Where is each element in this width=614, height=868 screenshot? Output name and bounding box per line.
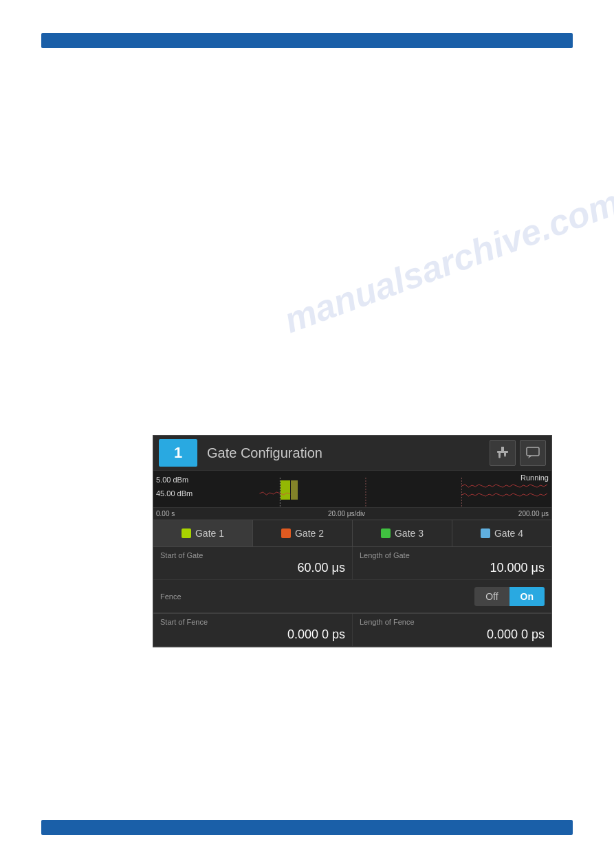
gate-timing-row: Start of Gate 60.00 μs Length of Gate 10… bbox=[153, 547, 551, 580]
start-of-gate-cell[interactable]: Start of Gate 60.00 μs bbox=[153, 547, 353, 579]
start-of-gate-value: 60.00 μs bbox=[160, 561, 345, 575]
gate3-color-dot bbox=[381, 528, 391, 538]
length-of-fence-label: Length of Fence bbox=[360, 618, 545, 626]
gate1-label: Gate 1 bbox=[195, 528, 224, 539]
chat-icon[interactable] bbox=[520, 440, 546, 466]
start-of-fence-cell[interactable]: Start of Fence 0.000 0 ps bbox=[153, 614, 353, 646]
tab-gate4[interactable]: Gate 4 bbox=[452, 520, 551, 546]
gate2-label: Gate 2 bbox=[295, 528, 324, 539]
gate-params-section: Start of Gate 60.00 μs Length of Gate 10… bbox=[153, 546, 551, 580]
svg-point-5 bbox=[504, 455, 506, 457]
time-start: 0.00 s bbox=[156, 510, 175, 518]
time-end: 200.00 μs bbox=[518, 510, 549, 518]
channel-number: 1 bbox=[159, 439, 197, 467]
start-of-fence-label: Start of Fence bbox=[160, 618, 345, 626]
fence-off-button[interactable]: Off bbox=[474, 587, 509, 606]
svg-point-3 bbox=[498, 456, 501, 458]
start-of-gate-label: Start of Gate bbox=[160, 551, 345, 559]
length-of-fence-value: 0.000 0 ps bbox=[360, 627, 545, 642]
length-of-fence-cell[interactable]: Length of Fence 0.000 0 ps bbox=[353, 614, 551, 646]
watermark: manualsarchive.com bbox=[278, 181, 614, 341]
fence-timing-row: Start of Fence 0.000 0 ps Length of Fenc… bbox=[153, 614, 551, 647]
device-panel: 1 Gate Configuration bbox=[153, 435, 552, 647]
fence-toggle[interactable]: Off On bbox=[474, 587, 545, 606]
usb-icon[interactable] bbox=[490, 440, 516, 466]
svg-rect-0 bbox=[501, 447, 504, 451]
top-decorative-bar bbox=[41, 33, 573, 48]
header-icons bbox=[490, 440, 546, 466]
time-middle: 20.00 μs/div bbox=[328, 510, 365, 518]
gate2-color-dot bbox=[281, 528, 291, 538]
length-of-gate-label: Length of Gate bbox=[360, 551, 545, 559]
svg-rect-6 bbox=[527, 447, 539, 456]
waveform-time-bar: 0.00 s 20.00 μs/div 200.00 μs bbox=[153, 507, 551, 520]
svg-rect-2 bbox=[498, 453, 501, 456]
fence-params-section: Start of Fence 0.000 0 ps Length of Fenc… bbox=[153, 613, 551, 647]
bottom-decorative-bar bbox=[41, 820, 573, 835]
tab-gate3[interactable]: Gate 3 bbox=[353, 520, 452, 546]
gate1-color-dot bbox=[182, 528, 191, 538]
tab-gate2[interactable]: Gate 2 bbox=[253, 520, 353, 546]
gate4-color-dot bbox=[481, 528, 490, 538]
fence-label: Fence bbox=[160, 592, 474, 601]
start-of-fence-value: 0.000 0 ps bbox=[160, 627, 345, 642]
gate-tabs: Gate 1 Gate 2 Gate 3 Gate 4 bbox=[153, 520, 551, 546]
waveform-display: 5.00 dBm 45.00 dBm Running 0.00 s 20.00 … bbox=[153, 470, 551, 520]
header-row: 1 Gate Configuration bbox=[153, 436, 551, 470]
waveform-svg bbox=[153, 471, 551, 508]
length-of-gate-cell[interactable]: Length of Gate 10.000 μs bbox=[353, 547, 551, 579]
length-of-gate-value: 10.000 μs bbox=[360, 561, 545, 575]
gate4-label: Gate 4 bbox=[494, 528, 523, 539]
fence-on-button[interactable]: On bbox=[509, 587, 545, 606]
svg-rect-1 bbox=[497, 451, 508, 453]
fence-row: Fence Off On bbox=[153, 580, 551, 613]
gate3-label: Gate 3 bbox=[395, 528, 424, 539]
tab-gate1[interactable]: Gate 1 bbox=[153, 520, 253, 546]
panel-title: Gate Configuration bbox=[207, 445, 490, 461]
